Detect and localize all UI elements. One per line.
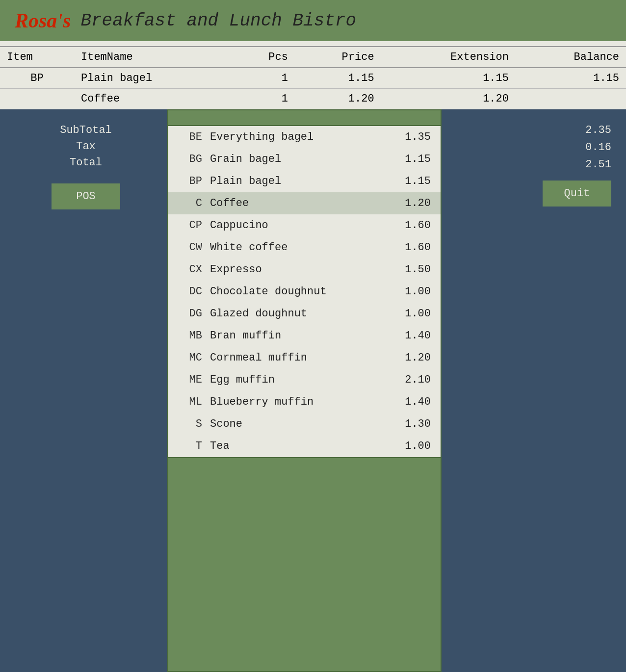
middle-section: SubTotal Tax Total POS BE Everything bag… [0,109,626,458]
dropdown-item[interactable]: CW White coffee 1.60 [168,236,441,258]
item-price: 1.20 [401,352,431,364]
item-code: MC [178,352,202,364]
subtotal-value: 2.35 [585,124,611,136]
dropdown-item[interactable]: BE Everything bagel 1.35 [168,126,441,148]
quit-button[interactable]: Quit [543,181,611,207]
col-pcs: Pcs [233,47,295,68]
item-code: T [178,440,202,452]
dropdown-item[interactable]: DC Chocolate doughnut 1.00 [168,281,441,303]
item-name: Cappucino [210,219,401,232]
cell-balance [516,89,626,109]
item-price: 1.20 [401,197,431,209]
item-name: Coffee [210,197,401,209]
dropdown-item[interactable]: MC Cornmeal muffin 1.20 [168,347,441,369]
item-code: BP [178,175,202,187]
item-price: 1.00 [401,308,431,320]
item-code: C [178,197,202,209]
item-code: CP [178,219,202,232]
item-name: Plain bagel [210,175,401,187]
cell-price: 1.20 [295,89,381,109]
dropdown-item[interactable]: BP Plain bagel 1.15 [168,170,441,192]
dropdown-item[interactable]: T Tea 1.00 [168,435,441,457]
cell-name: Plain bagel [74,68,233,89]
main-table-area: Item ItemName Pcs Price Extension Balanc… [0,41,626,109]
dropdown-item[interactable]: BG Grain bagel 1.15 [168,148,441,170]
bottom-dropdown-spacer [167,458,442,672]
item-code: BG [178,153,202,165]
item-name: Cornmeal muffin [210,352,401,364]
cell-extension: 1.15 [381,68,516,89]
dropdown-item[interactable]: S Scone 1.30 [168,413,441,435]
dropdown-item[interactable]: C Coffee 1.20 [168,192,441,214]
restaurant-name: Rosa's [15,9,71,32]
header: Rosa's Breakfast and Lunch Bistro [0,0,626,41]
item-code: BE [178,131,202,143]
item-price: 1.60 [401,241,431,254]
summary-section: SubTotal Tax Total [15,124,157,169]
dropdown-menu[interactable]: BE Everything bagel 1.35 BG Grain bagel … [167,109,442,458]
item-price: 1.15 [401,153,431,165]
dropdown-item[interactable]: ME Egg muffin 2.10 [168,369,441,391]
item-name: Tea [210,440,401,452]
item-name: Scone [210,418,401,430]
item-code: CX [178,263,202,276]
item-code: ML [178,396,202,408]
cell-name: Coffee [74,89,233,109]
item-code: MB [178,330,202,342]
total-value: 2.51 [585,158,611,171]
app-container: Rosa's Breakfast and Lunch Bistro Item I… [0,0,626,672]
right-panel: 2.35 0.16 2.51 Quit [442,109,626,207]
item-price: 1.50 [401,263,431,276]
subtotal-label: SubTotal [15,124,157,136]
item-price: 1.30 [401,418,431,430]
item-name: Grain bagel [210,153,401,165]
left-panel: SubTotal Tax Total POS [0,109,167,214]
item-code: ME [178,374,202,386]
item-name: Chocolate doughnut [210,285,401,298]
tax-label: Tax [15,140,157,153]
dropdown-item[interactable]: ML Blueberry muffin 1.40 [168,391,441,413]
col-extension: Extension [381,47,516,68]
bottom-right [442,458,626,672]
table-row: Coffee 1 1.20 1.20 [0,89,626,109]
item-name: Everything bagel [210,131,401,143]
cell-extension: 1.20 [381,89,516,109]
cell-balance: 1.15 [516,68,626,89]
bottom-left [0,458,167,672]
item-price: 1.60 [401,219,431,232]
tax-value: 0.16 [585,141,611,154]
cell-item: BP [0,68,74,89]
item-price: 1.40 [401,330,431,342]
dropdown-item[interactable]: CP Cappucino 1.60 [168,214,441,236]
item-code: DG [178,308,202,320]
item-price: 2.10 [401,374,431,386]
item-name: Glazed doughnut [210,308,401,320]
col-price: Price [295,47,381,68]
item-name: Egg muffin [210,374,401,386]
order-table: Item ItemName Pcs Price Extension Balanc… [0,46,626,109]
item-price: 1.35 [401,131,431,143]
dropdown-spacer [168,110,441,125]
item-code: CW [178,241,202,254]
pos-button[interactable]: POS [52,183,120,209]
dropdown-item[interactable]: MB Bran muffin 1.40 [168,325,441,347]
col-itemname: ItemName [74,47,233,68]
col-item: Item [0,47,74,68]
item-price: 1.00 [401,285,431,298]
item-code: S [178,418,202,430]
right-values: 2.35 0.16 2.51 [585,124,611,171]
dropdown-item[interactable]: DG Glazed doughnut 1.00 [168,303,441,325]
cell-price: 1.15 [295,68,381,89]
cell-pcs: 1 [233,89,295,109]
col-balance: Balance [516,47,626,68]
item-name: Blueberry muffin [210,396,401,408]
total-label: Total [15,156,157,169]
item-name: Bran muffin [210,330,401,342]
item-name: White coffee [210,241,401,254]
dropdown-item[interactable]: CX Expresso 1.50 [168,258,441,281]
cell-item [0,89,74,109]
cell-pcs: 1 [233,68,295,89]
item-price: 1.00 [401,440,431,452]
dropdown-items-container: BE Everything bagel 1.35 BG Grain bagel … [168,126,441,457]
item-price: 1.40 [401,396,431,408]
